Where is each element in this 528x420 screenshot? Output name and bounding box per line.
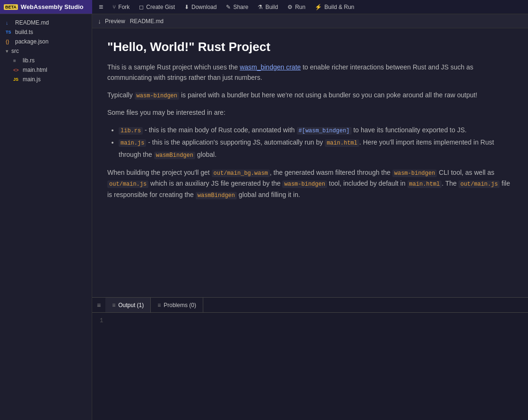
- sidebar-item-label: main.js: [23, 76, 41, 83]
- readme-para1: This is a sample Rust project which uses…: [107, 62, 513, 83]
- wasmbindgen-global2-code: wasmBindgen: [196, 192, 237, 199]
- create-gist-button[interactable]: ◻ Create Gist: [134, 0, 180, 14]
- sidebar-item-mainjs[interactable]: JS main.js: [0, 75, 92, 84]
- wasm-bindgen-attr-code: #[wasm_bindgen]: [297, 127, 352, 135]
- wasmbindgen-global-code: wasmBindgen: [154, 152, 195, 159]
- sidebar-folder-src[interactable]: ▾ src: [0, 46, 92, 56]
- build-run-icon: ⚡: [315, 4, 322, 10]
- readme-list-item-1: lib.rs - this is the main body of Rust c…: [119, 124, 513, 137]
- preview-label: Preview README.md: [105, 18, 164, 25]
- fork-label: Fork: [118, 4, 130, 10]
- output-tab-icon: ≡: [112, 302, 115, 309]
- bottom-content: 1: [92, 313, 528, 420]
- run-button[interactable]: ⚙ Run: [283, 0, 310, 14]
- hamburger-button[interactable]: ≡: [94, 0, 108, 14]
- beta-badge: BETA: [4, 4, 18, 10]
- outmainjs2-code: out/main.js: [459, 180, 500, 188]
- run-label: Run: [295, 4, 305, 10]
- problems-tab[interactable]: ≡ Problems (0): [151, 298, 203, 312]
- mainjs-code: main.js: [119, 139, 146, 147]
- top-nav: BETA WebAssembly Studio ≡ ⑂ Fork ◻ Creat…: [0, 0, 528, 14]
- run-icon: ⚙: [287, 4, 293, 10]
- app-title: WebAssembly Studio: [21, 3, 84, 10]
- main-area: ↓ README.md TS build.ts {} package.json …: [0, 14, 528, 420]
- mainhtml-code: main.html: [325, 139, 359, 147]
- wasm-bindgen-cli-code: wasm-bindgen: [392, 170, 437, 177]
- js-icon: JS: [13, 77, 20, 82]
- logo-area: BETA WebAssembly Studio: [0, 0, 92, 14]
- sidebar-item-readme[interactable]: ↓ README.md: [0, 18, 92, 27]
- bottom-tabs: ≡ ≡ Output (1) ≡ Problems (0): [92, 298, 528, 313]
- readme-para2: Typically wasm-bindgen is paired with a …: [107, 90, 513, 101]
- readme-para3: Some files you may be interested in are:: [107, 107, 513, 118]
- wasm-bindgen-link[interactable]: wasm_bindgen crate: [240, 63, 301, 71]
- sidebar-item-label: lib.rs: [23, 57, 35, 64]
- sidebar-item-label: package.json: [15, 38, 49, 45]
- sidebar-item-buildts[interactable]: TS build.ts: [0, 27, 92, 37]
- sidebar-item-librs[interactable]: ≡ lib.rs: [0, 56, 92, 65]
- share-icon: ✎: [226, 4, 231, 10]
- readme-list: lib.rs - this is the main body of Rust c…: [119, 124, 513, 161]
- sidebar-item-label: build.ts: [15, 29, 33, 35]
- wasm-bindgen-tool-code: wasm-bindgen: [282, 180, 327, 188]
- markdown-content: "Hello, World!" Rust Project This is a s…: [92, 28, 528, 297]
- share-button[interactable]: ✎ Share: [221, 0, 253, 14]
- fork-icon: ⑂: [113, 4, 116, 10]
- fork-button[interactable]: ⑂ Fork: [108, 0, 134, 14]
- readme-title: "Hello, World!" Rust Project: [107, 40, 513, 54]
- preview-label-text: Preview: [105, 18, 125, 25]
- share-label: Share: [233, 4, 248, 10]
- bottom-panel: ≡ ≡ Output (1) ≡ Problems (0) 1: [92, 297, 528, 420]
- json-icon: {}: [6, 39, 12, 44]
- readme-para4: When building the project you'll get out…: [107, 167, 513, 200]
- sidebar-item-label: README.md: [15, 19, 49, 26]
- mainhtml-default-code: main.html: [407, 180, 442, 188]
- build-button[interactable]: ⚗ Build: [253, 0, 283, 14]
- rs-icon: ≡: [13, 58, 20, 63]
- content-area: ↓ Preview README.md "Hello, World!" Rust…: [92, 14, 528, 420]
- create-gist-label: Create Gist: [146, 4, 175, 10]
- download-label: Download: [191, 4, 216, 10]
- sidebar-folder-label: src: [11, 48, 19, 54]
- build-run-label: Build & Run: [324, 4, 354, 10]
- nav-items: ≡ ⑂ Fork ◻ Create Gist ⬇ Download ✎ Shar…: [92, 0, 359, 14]
- build-run-button[interactable]: ⚡ Build & Run: [310, 0, 359, 14]
- librs-code: lib.rs: [119, 127, 143, 135]
- sidebar-item-mainhtml[interactable]: <> main.html: [0, 65, 92, 75]
- sidebar-item-label: main.html: [23, 67, 47, 73]
- build-icon: ⚗: [258, 4, 263, 10]
- line-numbers: 1: [100, 317, 103, 416]
- gist-icon: ◻: [139, 4, 144, 10]
- sidebar: ↓ README.md TS build.ts {} package.json …: [0, 14, 92, 420]
- bottom-hamburger-button[interactable]: ≡: [92, 301, 105, 309]
- preview-icon: ↓: [98, 17, 101, 25]
- output-tab-label: Output (1): [118, 302, 144, 309]
- preview-filename: README.md: [130, 18, 164, 25]
- outmainbg-code: out/main_bg.wasm: [212, 170, 270, 177]
- folder-chevron-icon: ▾: [6, 48, 9, 54]
- sidebar-item-packagejson[interactable]: {} package.json: [0, 37, 92, 46]
- build-label: Build: [265, 4, 278, 10]
- preview-tab[interactable]: ↓ Preview README.md: [92, 14, 528, 28]
- problems-tab-label: Problems (0): [164, 302, 196, 309]
- download-button[interactable]: ⬇ Download: [180, 0, 221, 14]
- problems-tab-icon: ≡: [157, 302, 161, 309]
- output-tab[interactable]: ≡ Output (1): [105, 298, 151, 312]
- wasm-bindgen-code: wasm-bindgen: [135, 92, 179, 100]
- html-icon: <>: [13, 68, 20, 73]
- outmainjs-code: out/main.js: [107, 180, 148, 188]
- readme-list-item-2: main.js - this is the application's supp…: [119, 137, 513, 161]
- ts-icon: TS: [6, 30, 12, 34]
- download-icon: ⬇: [184, 4, 189, 10]
- md-icon: ↓: [6, 20, 12, 26]
